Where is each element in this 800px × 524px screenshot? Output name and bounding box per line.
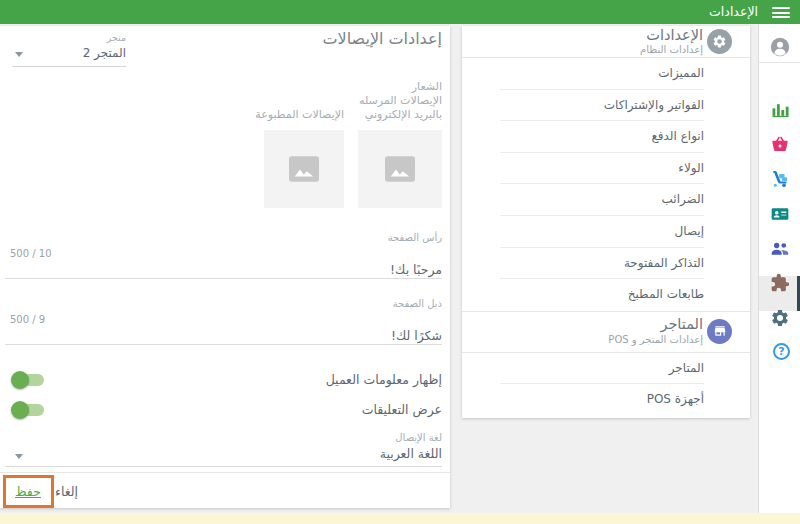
menu-item-label: الفواتير والإشتراكات [604, 98, 704, 112]
store-icon [707, 319, 732, 344]
store-select-label: متجر [12, 32, 126, 43]
stores-section-header: المتاجر إعدادات المتجر و POS [462, 312, 750, 352]
icon-rail: ? [758, 24, 800, 513]
email-receipts-label: الإيصالات المرسله بالبريد الإلكتروني [359, 94, 442, 122]
menu-item-features[interactable]: المميزات [462, 58, 750, 90]
header-field-label: رأس الصفحة [388, 232, 442, 243]
image-placeholder-icon [385, 156, 415, 182]
input-underline [5, 278, 442, 279]
logo-label: الشعار [412, 80, 442, 93]
hamburger-menu-icon[interactable] [772, 7, 790, 18]
receipt-settings-panel: إعدادات الإيصالات متجر المتجر 2 الشعار ا… [0, 26, 450, 508]
email-receipts-label-line1: الإيصالات المرسله [359, 94, 442, 107]
settings-menu-card: الإعدادات إعدادات النظام المميزات الفوات… [462, 26, 750, 418]
bottom-strip [0, 513, 800, 524]
input-underline [5, 344, 442, 345]
email-receipt-image-upload[interactable] [358, 130, 442, 208]
show-comments-label: عرض التعليقات [362, 402, 442, 417]
people-icon[interactable] [770, 238, 790, 258]
settings-section-header: الإعدادات إعدادات النظام [462, 26, 750, 57]
menu-item-label: انواع الدفع [651, 129, 704, 143]
menu-item-payment-types[interactable]: انواع الدفع [462, 121, 750, 153]
menu-item-label: الضرائب [662, 192, 704, 206]
settings-section-subtitle: إعدادات النظام [640, 44, 703, 55]
menu-item-stores[interactable]: المتاجر [462, 353, 750, 385]
stores-section-subtitle: إعدادات المتجر و POS [608, 334, 703, 345]
cancel-button[interactable]: إلغاء [55, 484, 78, 499]
language-select-label: لغة الإيصال [395, 432, 442, 443]
image-placeholder-icon [289, 156, 319, 182]
header-field-input[interactable]: مرحبًا بك! [390, 262, 442, 277]
show-customer-info-toggle[interactable] [14, 374, 44, 386]
menu-item-label: التذاكر المفتوحة [624, 256, 704, 270]
contact-card-icon[interactable] [770, 204, 790, 224]
hand-truck-icon[interactable] [770, 169, 790, 189]
menu-item-label: المتاجر [669, 361, 704, 375]
chevron-down-icon [15, 454, 23, 459]
language-select[interactable]: اللغة العربية [380, 446, 442, 461]
header-field-counter: 500 / 10 [10, 248, 52, 259]
show-customer-info-label: إظهار معلومات العميل [326, 372, 442, 387]
menu-item-label: أجهزة POS [647, 392, 704, 406]
footer-field-input[interactable]: شكرًا لك! [391, 328, 442, 343]
menu-item-kitchen-printers[interactable]: طابعات المطبخ [462, 279, 750, 311]
menu-item-label: إيصال [675, 224, 704, 238]
avatar-icon[interactable] [770, 37, 790, 57]
menu-item-billing[interactable]: الفواتير والإشتراكات [462, 90, 750, 122]
footer-field-counter: 500 / 9 [10, 314, 45, 325]
settings-gear-icon [707, 29, 732, 54]
menu-item-loyalty[interactable]: الولاء [462, 153, 750, 185]
menu-item-label: المميزات [658, 66, 704, 80]
panel-title: إعدادات الإيصالات [322, 29, 442, 48]
app-bar: الإعدادات [0, 0, 800, 24]
menu-item-receipt[interactable]: إيصال [462, 216, 750, 248]
chevron-down-icon [15, 52, 23, 57]
menu-item-open-tickets[interactable]: التذاكر المفتوحة [462, 248, 750, 280]
help-icon[interactable]: ? [770, 320, 790, 340]
printed-receipt-image-upload[interactable] [264, 130, 344, 208]
app-frame: الإعدادات ? [0, 0, 800, 524]
puzzle-icon[interactable] [770, 273, 790, 293]
stores-section-title: المتاجر [660, 316, 703, 332]
footer-field-label: ذيل الصفحة [393, 298, 442, 309]
store-select[interactable]: متجر المتجر 2 [12, 32, 126, 67]
menu-item-pos-devices[interactable]: أجهزة POS [462, 384, 750, 416]
printed-receipts-label: الإيصالات المطبوعة [255, 108, 344, 121]
page-title: الإعدادات [709, 4, 758, 19]
email-receipts-label-line2: بالبريد الإلكتروني [365, 108, 442, 121]
bar-chart-icon[interactable] [770, 100, 790, 120]
settings-section-title: الإعدادات [646, 27, 703, 43]
show-comments-toggle[interactable] [14, 404, 44, 416]
save-button[interactable]: حفظ [15, 484, 41, 499]
store-select-value: المتجر 2 [12, 43, 126, 66]
basket-icon[interactable] [770, 134, 790, 154]
input-underline [5, 466, 442, 467]
menu-item-label: طابعات المطبخ [628, 287, 704, 301]
menu-item-taxes[interactable]: الضرائب [462, 184, 750, 216]
rail-divider [759, 62, 800, 63]
menu-item-label: الولاء [678, 161, 704, 175]
divider [0, 472, 450, 473]
